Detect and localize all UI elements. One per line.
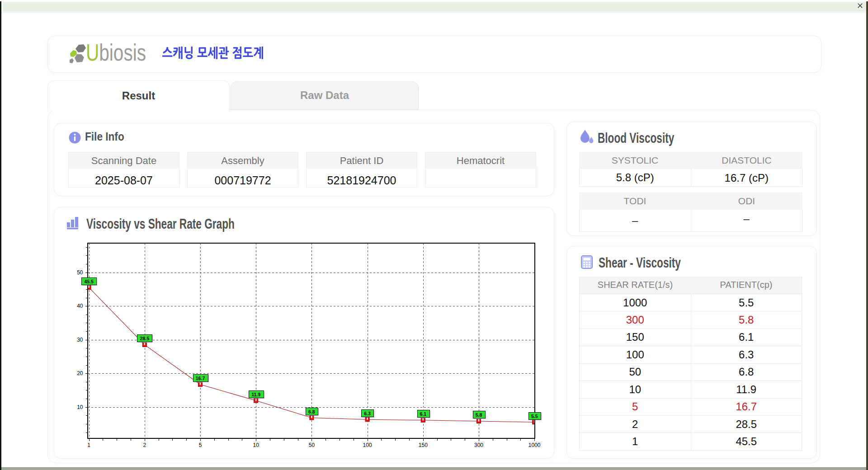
svg-text:6.3: 6.3	[364, 411, 371, 416]
svg-text:40: 40	[77, 303, 83, 309]
svg-text:300: 300	[474, 442, 483, 448]
svg-text:1: 1	[87, 442, 90, 448]
svg-text:2: 2	[143, 442, 146, 448]
svg-text:6.1: 6.1	[420, 411, 426, 417]
svg-text:45.5: 45.5	[84, 279, 94, 284]
svg-text:50: 50	[77, 269, 83, 276]
svg-text:10: 10	[77, 404, 83, 410]
svg-text:150: 150	[419, 442, 428, 448]
svg-text:5: 5	[199, 442, 202, 448]
svg-text:28.5: 28.5	[140, 336, 150, 341]
svg-text:10: 10	[253, 442, 259, 448]
svg-text:30: 30	[77, 337, 83, 343]
svg-text:5.5: 5.5	[531, 414, 538, 419]
svg-text:11.9: 11.9	[251, 392, 260, 397]
svg-text:20: 20	[77, 370, 83, 376]
svg-text:50: 50	[309, 442, 315, 448]
svg-text:5.8: 5.8	[476, 412, 482, 418]
svg-text:1000: 1000	[528, 442, 541, 448]
svg-text:100: 100	[363, 442, 372, 448]
svg-text:6.8: 6.8	[308, 409, 315, 414]
svg-text:16.7: 16.7	[196, 376, 205, 381]
